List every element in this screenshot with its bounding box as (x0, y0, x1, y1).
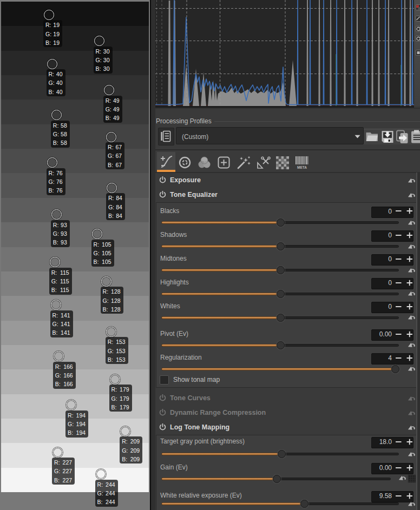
svg-text:META: META (297, 165, 307, 169)
